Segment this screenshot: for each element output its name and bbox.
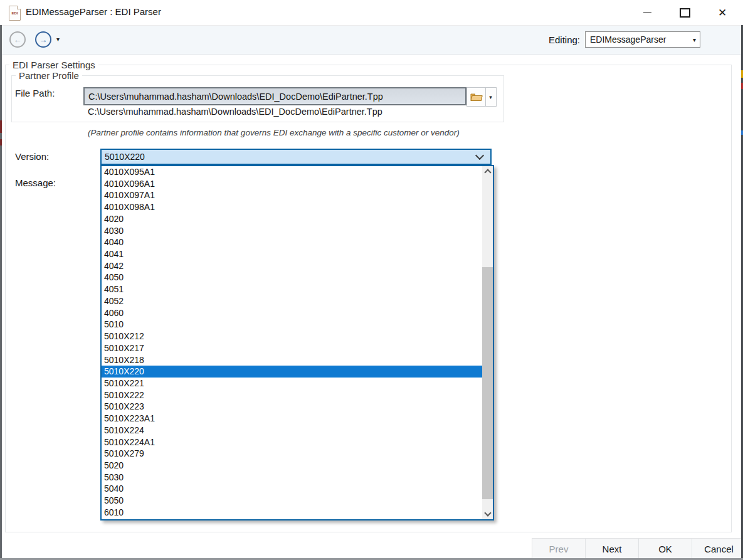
footer-button-row: Prev Next OK Cancel [532,538,743,560]
editing-combobox[interactable]: EDIMessageParser ▾ [585,31,700,48]
version-combobox-value: 5010X220 [102,152,145,162]
version-option[interactable]: 5010X221 [102,378,482,389]
version-option[interactable]: 5010X218 [102,354,482,366]
forward-button[interactable]: → [35,31,51,48]
version-option[interactable]: 4052 [102,295,482,307]
version-option[interactable]: 4010X097A1 [102,189,482,201]
version-option[interactable]: 5010 [102,319,482,330]
version-option[interactable]: 5030 [102,472,482,483]
version-option[interactable]: 5010X223 [102,401,482,413]
message-label: Message: [15,177,56,188]
version-option[interactable]: 6010 [102,507,482,519]
version-option[interactable]: 4050 [102,272,482,283]
browse-folder-button[interactable] [467,88,485,106]
next-button[interactable]: Next [585,538,639,560]
version-option[interactable]: 4030 [102,225,482,237]
scroll-down-icon [484,509,491,516]
version-option[interactable]: 4041 [102,248,482,260]
version-option[interactable]: 5010X223A1 [102,413,482,425]
folder-icon [470,92,483,102]
version-option[interactable]: 4010X095A1 [102,166,482,178]
minimize-icon [643,12,651,13]
version-option[interactable]: 5010X217 [102,342,482,354]
editing-combobox-value: EDIMessageParser [586,34,666,45]
app-icon-text: EDI [11,11,18,15]
version-scrollbar[interactable] [482,166,493,519]
file-path-display: C:\Users\muhammad.hasham\Downloads\EDI_D… [88,107,382,117]
app-icon: EDI [9,6,21,21]
edi-parser-window: EDI EDIMessageParser : EDI Parser ✕ ← → … [0,0,743,560]
scrollbar-thumb[interactable] [482,267,493,499]
version-option[interactable]: 4010X098A1 [102,201,482,213]
file-path-input[interactable]: C:\Users\muhammad.hasham\Downloads\EDI_D… [83,87,466,105]
version-option[interactable]: 4060 [102,307,482,319]
version-option[interactable]: 5010X212 [102,330,482,342]
partner-profile-title: Partner Profile [16,70,82,81]
version-option[interactable]: 5050 [102,495,482,507]
version-option[interactable]: 5010X224A1 [102,436,482,448]
close-icon: ✕ [718,8,727,18]
file-path-label: File Path: [15,88,55,98]
back-arrow-icon: ← [14,35,22,45]
editing-caret-icon: ▾ [693,36,696,43]
close-button[interactable]: ✕ [708,0,737,25]
partner-profile-note: (Partner profile contains information th… [88,128,460,137]
browse-split-button[interactable]: ▾ [466,87,497,107]
version-option[interactable]: 5010X220 [102,366,482,378]
maximize-button[interactable] [670,0,699,25]
version-option[interactable]: 4040 [102,236,482,248]
version-option[interactable]: 5040 [102,483,482,495]
left-edge-sliver [0,25,2,560]
minimize-button[interactable] [633,0,661,25]
version-combobox[interactable]: 5010X220 [100,149,492,165]
version-option[interactable]: 4020 [102,213,482,225]
version-listbox: 4010X095A14010X096A14010X097A14010X098A1… [102,166,482,519]
prev-button[interactable]: Prev [532,538,586,560]
version-option[interactable]: 4051 [102,283,482,295]
cancel-button[interactable]: Cancel [692,538,743,560]
editing-label: Editing: [549,34,580,45]
version-option[interactable]: 5010X222 [102,389,482,401]
toolbar: ← → ▾ Editing: EDIMessageParser ▾ [0,26,743,55]
version-option[interactable]: 5010X279 [102,448,482,460]
forward-dropdown-caret-icon[interactable]: ▾ [56,36,60,43]
ok-button[interactable]: OK [638,538,692,560]
version-option[interactable]: 4042 [102,260,482,272]
edi-parser-settings-title: EDI Parser Settings [9,60,98,70]
title-bar: EDI EDIMessageParser : EDI Parser ✕ [0,0,743,26]
version-option[interactable]: 5020 [102,460,482,472]
scroll-up-icon [484,169,491,176]
version-dropdown-popup: 4010X095A14010X096A14010X097A14010X098A1… [100,165,494,520]
browse-dropdown-caret-icon[interactable]: ▾ [485,88,495,106]
scroll-up-button[interactable] [482,166,493,177]
back-button[interactable]: ← [9,31,26,48]
version-label: Version: [15,151,49,162]
scroll-down-button[interactable] [482,509,493,519]
version-option[interactable]: 4010X096A1 [102,178,482,190]
maximize-icon [680,8,690,18]
forward-arrow-icon: → [40,35,48,45]
window-title: EDIMessageParser : EDI Parser [26,6,161,17]
version-option[interactable]: 5010X224 [102,425,482,436]
version-caret-icon [475,151,484,160]
